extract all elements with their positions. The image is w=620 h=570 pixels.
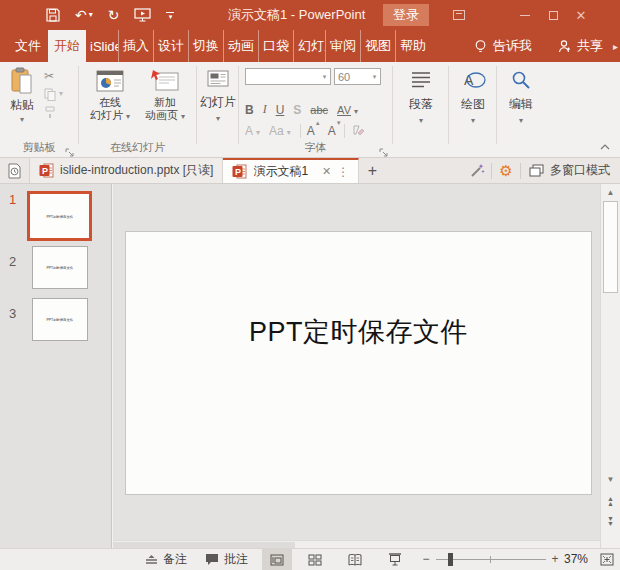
new-tab-button[interactable]: + <box>359 158 385 183</box>
change-case-button[interactable]: Aa▾ <box>269 124 291 138</box>
maximize-button[interactable] <box>540 0 566 30</box>
close-button[interactable]: ✕ <box>568 0 594 30</box>
font-name-combobox[interactable]: ▾ <box>245 68 331 85</box>
notes-button[interactable]: 备注 <box>145 549 187 570</box>
font-name-dropdown-icon[interactable]: ▾ <box>319 73 330 81</box>
character-spacing-button[interactable]: AV▾ <box>337 104 358 116</box>
menu-tab-review[interactable]: 审阅 <box>325 30 360 62</box>
menu-tab-transitions[interactable]: 切换 <box>188 30 223 62</box>
menu-tab-insert[interactable]: 插入 <box>118 30 153 62</box>
tabbar-tools: ⚙ 多窗口模式 <box>463 158 620 183</box>
magic-wand-button[interactable] <box>463 158 491 183</box>
close-icon: ✕ <box>576 8 587 23</box>
slide-title-text[interactable]: PPT定时保存文件 <box>126 314 591 350</box>
font-size-combobox[interactable]: 60 ▾ <box>334 68 381 85</box>
cut-button[interactable]: ✂ <box>44 69 54 83</box>
start-slideshow-icon[interactable] <box>134 8 151 22</box>
slide-editing-area: PPT定时保存文件 <box>113 184 600 540</box>
menu-tab-view[interactable]: 视图 <box>360 30 395 62</box>
underline-button[interactable]: U <box>276 103 285 117</box>
document-history-icon <box>7 163 22 179</box>
editing-button[interactable]: 编辑 ▾ <box>502 70 540 125</box>
paste-button[interactable]: 粘贴 ▾ <box>5 67 39 124</box>
menu-tab-help[interactable]: 帮助 <box>395 30 430 62</box>
shrink-font-button[interactable]: A▼ <box>328 124 336 138</box>
zoom-slider-center-tick <box>490 556 491 563</box>
comments-button[interactable]: 批注 <box>205 549 248 570</box>
format-painter-button[interactable] <box>44 105 56 119</box>
slide-sorter-view-button[interactable] <box>300 549 330 570</box>
magic-wand-icon <box>469 163 485 179</box>
customize-qat-icon[interactable]: ▾ <box>166 12 174 19</box>
redo-button[interactable]: ↻ <box>108 8 120 22</box>
recent-documents-button[interactable] <box>0 158 30 183</box>
collapse-ribbon-icon <box>600 144 610 150</box>
minimize-button[interactable] <box>512 0 538 30</box>
scroll-down-icon[interactable]: ▼ <box>601 472 620 487</box>
document-tab-presentation1[interactable]: P 演示文稿1 ✕ ⋮ <box>223 158 359 183</box>
zoom-slider-thumb[interactable] <box>448 553 453 566</box>
menu-tab-file[interactable]: 文件 <box>8 30 48 62</box>
login-button[interactable]: 登录 <box>383 4 429 26</box>
menubar-overflow-icon[interactable]: ▸ <box>613 41 618 52</box>
bold-button[interactable]: B <box>245 103 254 117</box>
vertical-scrollbar[interactable]: ▲ ▼ ▲▲ ▼▼ <box>600 184 620 548</box>
slide-thumbnail-2[interactable]: PPT定时保存文件 <box>32 246 88 289</box>
slideshow-view-button[interactable] <box>380 549 410 570</box>
close-tab-icon[interactable]: ✕ <box>322 165 331 178</box>
slide-thumbnail-1[interactable]: PPT定时保存文件 <box>27 191 92 241</box>
undo-button[interactable]: ↶▾ <box>75 8 93 22</box>
gear-icon: ⚙ <box>499 163 512 178</box>
next-slide-button[interactable]: ▼▼ <box>601 516 620 526</box>
vertical-scrollbar-thumb[interactable] <box>603 201 618 293</box>
slide-number: 3 <box>9 306 16 321</box>
magnifier-icon <box>511 70 531 90</box>
reading-view-button[interactable] <box>340 549 370 570</box>
menu-tab-pocket[interactable]: 口袋 <box>258 30 293 62</box>
slide-thumbnail-3[interactable]: PPT定时保存文件 <box>32 298 88 341</box>
multi-window-mode-button[interactable]: 多窗口模式 <box>521 162 620 179</box>
clear-formatting-button[interactable] <box>351 125 364 137</box>
document-tab-islide-introduction[interactable]: P islide-introduction.pptx [只读] <box>30 158 223 183</box>
divider <box>300 124 301 138</box>
drawing-button[interactable]: A 绘图 ▾ <box>454 70 492 125</box>
undo-dropdown-icon[interactable]: ▾ <box>89 11 93 19</box>
slide-canvas[interactable]: PPT定时保存文件 <box>125 231 592 495</box>
tell-me-button[interactable]: 告诉我 <box>474 37 532 55</box>
italic-button[interactable]: I <box>263 102 267 117</box>
paragraph-button[interactable]: 段落 ▾ <box>401 70 441 125</box>
new-animation-page-button[interactable]: 新加 动画页 ▾ <box>139 69 191 122</box>
fit-slide-to-window-button[interactable] <box>597 549 617 570</box>
font-color-button[interactable]: A▾ <box>245 124 260 138</box>
grow-font-button[interactable]: A▲ <box>307 124 315 138</box>
menu-tab-animations[interactable]: 动画 <box>223 30 258 62</box>
share-button[interactable]: 共享 <box>558 37 603 55</box>
zoom-in-button[interactable]: + <box>548 549 562 570</box>
menu-tab-slideshow[interactable]: 幻灯片 <box>293 30 325 62</box>
scroll-up-icon[interactable]: ▲ <box>601 185 620 200</box>
normal-view-button[interactable] <box>262 549 292 570</box>
menu-tab-home[interactable]: 开始 <box>48 30 86 62</box>
minimize-icon <box>520 15 530 16</box>
horizontal-scrollbar[interactable] <box>113 540 600 548</box>
new-slide-button[interactable]: 幻灯片 ▾ <box>200 70 236 123</box>
font-dialog-launcher[interactable] <box>379 144 389 154</box>
ribbon-display-options-button[interactable] <box>446 0 472 30</box>
ribbon-tab-bar: 文件 开始 iSlide 插入 设计 切换 动画 口袋 幻灯片 审阅 视图 帮助… <box>0 30 620 62</box>
copy-button[interactable]: ▾ <box>44 87 63 101</box>
font-size-dropdown-icon[interactable]: ▾ <box>369 73 380 81</box>
menu-tab-design[interactable]: 设计 <box>153 30 188 62</box>
online-slides-button[interactable]: 在线 幻灯片 ▾ <box>85 69 135 122</box>
menu-tab-islide[interactable]: iSlide <box>86 30 118 62</box>
zoom-out-button[interactable]: − <box>418 549 434 570</box>
save-icon[interactable] <box>46 8 60 22</box>
text-shadow-button[interactable]: S <box>293 103 301 117</box>
tab-more-icon[interactable]: ⋮ <box>337 165 349 179</box>
settings-button[interactable]: ⚙ <box>492 158 520 183</box>
strikethrough-button[interactable]: abc <box>310 104 328 116</box>
powerpoint-window: ↶▾ ↻ ▾ 演示文稿1 - PowerPoint 登录 ✕ 文件 开始 iSl… <box>0 0 620 570</box>
previous-slide-button[interactable]: ▲▲ <box>601 496 620 506</box>
clipboard-dialog-launcher[interactable] <box>65 144 75 154</box>
zoom-percentage[interactable]: 37% <box>564 549 588 570</box>
collapse-ribbon-button[interactable] <box>598 141 612 153</box>
